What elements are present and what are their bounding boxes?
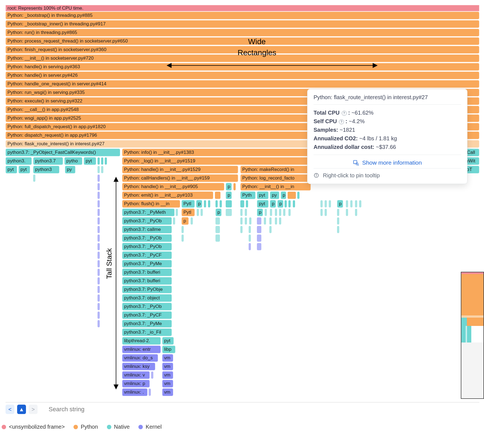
frame-stack[interactable]: Python: handle() in serving.py#363 [6,63,479,71]
frame-sliver[interactable] [297,192,299,199]
nav-forward-button[interactable]: > [29,405,38,414]
frame-sliver[interactable] [249,226,251,233]
frame[interactable]: Pyth [240,191,256,199]
frame-sliver[interactable] [285,200,287,207]
help-icon[interactable]: ? [342,111,347,116]
frame-sliver[interactable] [98,303,100,310]
help-icon[interactable]: ? [339,119,344,124]
frame[interactable]: python3.7: _PyCF [122,251,172,259]
frame[interactable]: vmlinux: ksy [122,363,155,370]
nav-back-button[interactable]: < [6,405,14,414]
frame-sliver[interactable] [98,209,100,216]
frame-sliver[interactable] [215,234,220,242]
frame-sliver[interactable] [265,209,267,216]
frame[interactable]: py [270,191,279,199]
frame[interactable]: python3.7: callme [122,226,172,233]
frame-sliver[interactable] [249,217,251,225]
frame-stack[interactable]: Python: finish_request() in socketserver… [6,46,479,54]
frame-sliver[interactable] [279,217,281,225]
frame[interactable]: Pytl [182,200,195,208]
frame[interactable]: p [196,200,202,208]
frame-sliver[interactable] [226,200,232,207]
frame[interactable]: pyt [19,166,30,173]
frame-sliver[interactable] [215,200,218,207]
frame-sliver[interactable] [197,209,199,216]
frame[interactable]: p [226,191,232,199]
frame[interactable]: p [270,200,276,208]
frame-sliver[interactable] [208,200,210,207]
frame-handle2[interactable]: Python: handle() in __init__.py#905 [122,183,224,191]
frame[interactable]: Pytl [182,209,195,216]
frame-callhandlers[interactable]: Python: callHandlers() in __init__.py#15… [122,174,238,182]
frame-logrecfactory[interactable]: Python: log_record_facto [240,174,311,182]
frame-sliver[interactable] [98,192,100,199]
frame[interactable]: pyt [6,166,17,173]
frame-sliver[interactable] [246,200,248,207]
frame-sliver[interactable] [240,217,243,225]
search-input[interactable] [49,406,479,413]
frame[interactable]: python3.7: bufferi [122,268,172,276]
frame-sliver[interactable] [98,183,100,190]
frame-sliver[interactable] [98,260,100,267]
frame[interactable]: vm [162,380,173,388]
frame[interactable]: py [65,166,75,173]
frame[interactable]: p [226,183,232,191]
frame-sliver[interactable] [215,192,220,199]
frame-sliver[interactable] [98,312,100,319]
frame-sliver[interactable] [320,200,323,207]
frame[interactable]: python3.7: PyObje [122,286,172,293]
frame-sliver[interactable] [240,200,244,207]
frame[interactable]: pyt [257,200,269,208]
frame-sliver[interactable] [105,157,107,165]
frame-sliver[interactable] [245,217,247,225]
frame-sliver[interactable] [257,226,261,233]
frame-sliver[interactable] [98,166,100,173]
frame[interactable]: vm [162,388,173,396]
frame-sliver[interactable] [337,209,339,216]
frame-sliver[interactable] [245,209,247,216]
frame-sliver[interactable] [204,200,206,207]
frame-sliver[interactable] [264,217,266,225]
frame-sliver[interactable] [220,200,222,207]
frame-sliver[interactable] [275,217,277,225]
frame-sliver[interactable] [355,209,357,216]
frame-sliver[interactable] [257,217,261,225]
frame-sliver[interactable] [288,200,291,207]
frame[interactable]: python3.7: _io_Fil [122,328,172,336]
frame-fastcall[interactable]: python3.7: _PyObject_FastCallKeywords() [6,149,120,156]
frame[interactable]: p [215,209,222,216]
frame[interactable]: vmlinux: do_s [122,354,158,362]
frame-flush[interactable]: Python: flush() in __in [122,200,180,208]
frame-sliver[interactable] [359,200,361,207]
frame-sliver[interactable] [98,234,100,242]
frame[interactable]: python3.7: _PyOb [122,217,172,225]
frame-sliver[interactable] [240,209,243,216]
frame-sliver[interactable] [249,243,251,250]
frame-sliver[interactable] [98,243,100,250]
frame-sliver[interactable] [98,175,100,182]
frame[interactable]: vmlinux: entr [122,346,161,353]
frame[interactable]: python3.7 [33,157,63,165]
frame-sliver[interactable] [269,217,272,225]
frame[interactable]: libpthread-2. [122,337,161,345]
frame[interactable]: vmlinux: v [122,371,150,379]
frame-sliver[interactable] [350,200,353,207]
frame-sliver[interactable] [240,226,243,233]
frame-sliver[interactable] [98,320,100,327]
frame-sliver[interactable] [176,209,178,216]
frame-sliver[interactable] [98,294,100,302]
frame[interactable]: p [277,200,283,208]
minimap[interactable] [461,272,484,399]
frame[interactable]: vm [162,371,173,379]
frame-sliver[interactable] [101,157,103,165]
frame-sliver[interactable] [283,209,285,216]
frame-stack[interactable]: Python: run() in threading.py#865 [6,29,479,36]
frame-sliver[interactable] [269,226,272,233]
frame-stack[interactable]: Python: handle() in server.py#426 [6,72,479,79]
frame[interactable]: python3.7: _PyMe [122,260,172,268]
frame-stack[interactable]: Python: handle_one_request() in server.p… [6,80,479,88]
frame[interactable]: libp [162,346,175,353]
frame-sliver[interactable] [191,217,193,225]
frame-sliver[interactable] [257,243,261,250]
frame[interactable]: p [281,191,286,199]
